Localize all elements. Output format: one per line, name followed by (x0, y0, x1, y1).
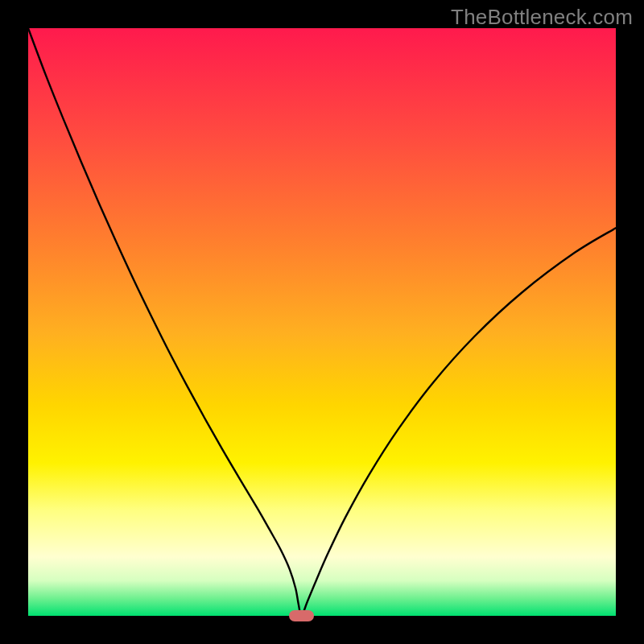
curve-svg (28, 28, 616, 616)
watermark-text: TheBottleneck.com (451, 5, 633, 30)
plot-area (28, 28, 616, 616)
outer-frame: TheBottleneck.com (0, 0, 644, 644)
min-range-marker (289, 610, 314, 621)
bottleneck-curve-path (28, 28, 616, 616)
